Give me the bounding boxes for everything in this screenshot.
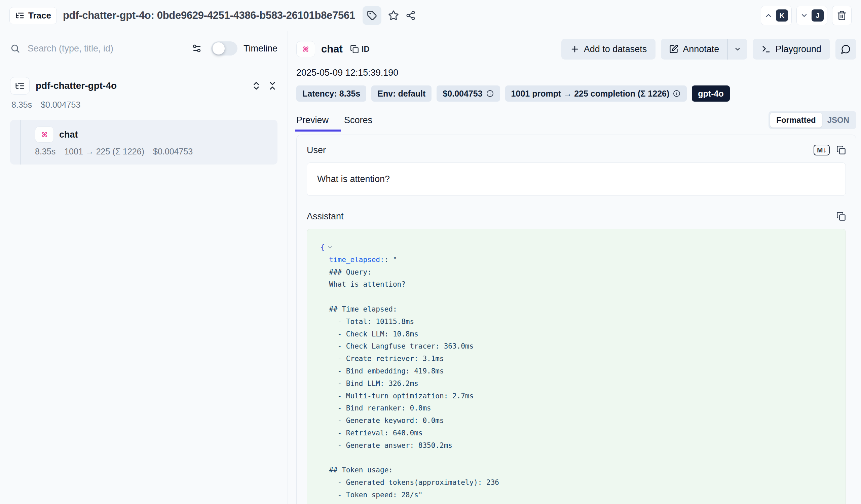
code-line: - Check LLM: 10.8ms — [320, 328, 832, 340]
badge-label: Env: default — [377, 89, 425, 99]
tree-search-row: Timeline — [10, 41, 277, 55]
shortcut-keycap-j: J — [811, 10, 824, 22]
user-section-label: User — [307, 145, 326, 155]
code-line: { — [320, 241, 832, 254]
trace-root-name: pdf-chatter-gpt-4o — [36, 80, 117, 91]
metric-badge: 1001 prompt → 225 completion (Σ 1226) — [505, 85, 687, 101]
code-line — [320, 291, 832, 303]
observation-timestamp: 2025-05-09 12:15:39.190 — [296, 68, 856, 78]
chat-cost: $0.004753 — [153, 147, 193, 156]
assistant-output-box: { time_elapsed:: " ### Query: What is at… — [307, 229, 846, 504]
generation-pinwheel-icon — [301, 44, 311, 54]
code-line: - Generated tokens(approximately): 236 — [320, 476, 832, 489]
prev-trace-button[interactable]: K — [761, 6, 792, 25]
code-line: time_elapsed:: " — [320, 254, 832, 266]
star-icon — [388, 10, 399, 21]
annotate-split-button: Annotate — [661, 39, 747, 59]
view-mode-json[interactable]: JSON — [822, 113, 855, 127]
code-line — [320, 452, 832, 464]
filter-settings-icon[interactable] — [192, 43, 202, 54]
chat-tokens: 1001 → 225 (Σ 1226) — [64, 147, 144, 156]
assistant-section-actions — [836, 212, 846, 221]
comments-button[interactable] — [835, 39, 856, 59]
badge-label: 1001 prompt → 225 completion (Σ 1226) — [511, 89, 670, 99]
metric-badge: Env: default — [371, 85, 432, 101]
tab-preview[interactable]: Preview — [296, 115, 329, 125]
collapse-json-chevron-icon[interactable] — [327, 244, 333, 250]
tree-indent-guide — [20, 120, 21, 164]
code-line: ## Time elapsed: — [320, 303, 832, 316]
code-line: - Token speed: 28/s" — [320, 489, 832, 501]
bookmark-star-button[interactable] — [388, 10, 399, 21]
code-line: ## Token usage: — [320, 464, 832, 476]
timeline-toggle-label: Timeline — [244, 43, 277, 54]
copy-icon — [350, 45, 359, 54]
metric-badge: $0.004753 — [437, 85, 500, 101]
view-mode-toggle: Formatted JSON — [768, 111, 856, 129]
code-line: - Check Langfuse tracer: 363.0ms — [320, 340, 832, 353]
copy-icon[interactable] — [836, 212, 846, 221]
chat-latency: 8.35s — [35, 147, 55, 156]
collapse-all-icon[interactable] — [268, 81, 277, 91]
top-bar: Trace pdf-chatter-gpt-4o: 0bde9629-4251-… — [0, 0, 861, 31]
chevron-down-icon — [800, 11, 808, 19]
share-button[interactable] — [406, 11, 416, 21]
expand-all-icon[interactable] — [251, 81, 261, 91]
search-input[interactable] — [27, 43, 192, 54]
tree-actions — [251, 81, 277, 91]
observation-actions: Add to datasets Annotate — [561, 39, 856, 59]
chat-node-name: chat — [59, 130, 78, 140]
code-line: - Total: 10115.8ms — [320, 316, 832, 328]
id-label: ID — [361, 44, 370, 54]
observation-title: chat — [321, 43, 343, 55]
observation-header: chat ID Add to datasets Annotate — [296, 39, 856, 59]
delete-trace-button[interactable] — [832, 6, 851, 25]
code-line: - Generate keyword: 0.0ms — [320, 414, 832, 427]
annotate-dropdown-button[interactable] — [728, 39, 747, 59]
badge-label: gpt-4o — [698, 89, 723, 99]
page-title: pdf-chatter-gpt-4o: 0bde9629-4251-4386-b… — [63, 10, 355, 22]
plus-icon — [570, 44, 579, 54]
info-icon[interactable] — [673, 90, 681, 98]
code-line: - Generate answer: 8350.2ms — [320, 439, 832, 452]
assistant-section-label: Assistant — [307, 211, 344, 222]
code-line: ### Query: — [320, 266, 832, 278]
list-tree-icon — [15, 11, 25, 20]
copy-icon[interactable] — [836, 145, 846, 155]
metric-badges-row: Latency: 8.35sEnv: default$0.0047531001 … — [296, 85, 856, 101]
badge-label: $0.004753 — [442, 89, 482, 99]
tab-scores[interactable]: Scores — [344, 115, 372, 125]
playground-button[interactable]: Playground — [753, 39, 830, 59]
chevron-down-icon — [734, 45, 741, 53]
root-cost: $0.004753 — [41, 100, 80, 110]
user-section-actions: M↓ — [814, 145, 846, 155]
annotate-button[interactable]: Annotate — [661, 39, 727, 59]
chevron-up-icon — [764, 11, 773, 19]
tags-button[interactable] — [363, 6, 381, 25]
code-line: - Multi-turn optimization: 2.7ms — [320, 390, 832, 403]
model-badge: gpt-4o — [692, 85, 729, 101]
add-to-datasets-label: Add to datasets — [584, 44, 647, 55]
trace-type-chip: Trace — [10, 7, 57, 24]
tree-node-chat-selected[interactable]: chat 8.35s 1001 → 225 (Σ 1226) $0.004753 — [10, 120, 277, 164]
preview-scroll-panel[interactable]: User M↓ What is attention? Assistant { t… — [296, 135, 856, 504]
comment-bubble-icon — [841, 44, 851, 54]
trace-node-badge — [10, 77, 30, 95]
code-line: - Bind embedding: 419.8ms — [320, 365, 832, 378]
info-icon[interactable] — [486, 90, 494, 98]
user-message-box: What is attention? — [307, 163, 846, 196]
badge-label: Latency: 8.35s — [302, 89, 360, 99]
code-line: - Retrieval: 640.0ms — [320, 427, 832, 439]
copy-id-button[interactable]: ID — [350, 44, 370, 54]
markdown-toggle-icon[interactable]: M↓ — [814, 145, 830, 155]
trace-root-metrics: 8.35s $0.004753 — [10, 100, 277, 110]
trace-nav-actions: K J — [761, 6, 851, 25]
tree-root-row[interactable]: pdf-chatter-gpt-4o — [10, 77, 277, 95]
next-trace-button[interactable]: J — [796, 6, 828, 25]
add-to-datasets-button[interactable]: Add to datasets — [561, 39, 656, 59]
terminal-icon — [762, 44, 771, 54]
view-mode-formatted[interactable]: Formatted — [770, 113, 822, 127]
search-icon — [10, 43, 20, 54]
timeline-toggle[interactable] — [211, 41, 237, 55]
code-line: created_at: 1746818147.5406182 — [320, 501, 832, 504]
